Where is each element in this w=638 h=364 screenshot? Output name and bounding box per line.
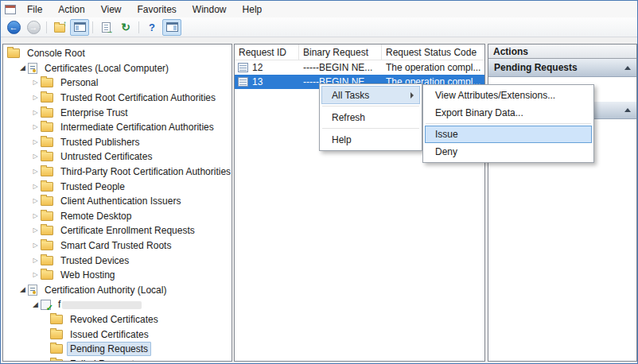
menu-item-all-tasks[interactable]: All Tasks: [321, 86, 420, 104]
folder-icon: [41, 270, 53, 280]
expander-icon[interactable]: [30, 213, 41, 219]
expander-icon[interactable]: [30, 139, 41, 145]
tree-item-smart-card-trusted-roots[interactable]: Smart Card Trusted Roots: [3, 238, 231, 254]
menu-item-issue[interactable]: Issue: [425, 126, 592, 143]
tree-item-intermediate-certification-authorities[interactable]: Intermediate Certification Authorities: [3, 120, 231, 135]
menu-window[interactable]: Window: [185, 1, 235, 17]
console-window-icon[interactable]: [5, 5, 16, 14]
folder-icon: [41, 226, 53, 235]
help-icon: [149, 22, 155, 33]
list-header: Request ID Binary Request Request Status…: [235, 45, 484, 60]
menu-help[interactable]: Help: [235, 1, 270, 17]
menu-item-view-attributes-extensions[interactable]: View Attributes/Extensions...: [425, 87, 592, 104]
all-tasks-submenu: View Attributes/Extensions... Export Bin…: [422, 84, 594, 163]
tree-item-enterprise-trust[interactable]: Enterprise Trust: [3, 105, 231, 120]
expander-icon[interactable]: [30, 79, 41, 86]
expander-icon[interactable]: [30, 184, 41, 190]
folder-icon: [41, 196, 53, 206]
folder-icon: [50, 330, 63, 339]
folder-icon: [41, 108, 53, 118]
ca-server-icon: [41, 300, 51, 310]
expander-icon[interactable]: [30, 110, 41, 116]
expander-icon[interactable]: [30, 227, 41, 234]
toolbar-separator: [46, 21, 47, 33]
expander-icon[interactable]: [30, 301, 41, 308]
request-row-12[interactable]: 12 -----BEGIN NE... The operation compl.…: [235, 60, 484, 75]
help-button[interactable]: [142, 19, 161, 36]
show-action-pane-icon: [166, 22, 178, 32]
folder-icon: [41, 182, 53, 192]
expander-icon[interactable]: [18, 64, 28, 72]
tree-item-certification-authority-local[interactable]: Certification Authority (Local): [3, 283, 231, 298]
forward-button[interactable]: [24, 19, 43, 36]
tree-item-console-root[interactable]: Console Root: [3, 46, 231, 61]
tree-item-failed-requests[interactable]: Failed Requests: [3, 356, 231, 362]
expander-icon[interactable]: [30, 168, 41, 175]
menu-item-export-binary-data[interactable]: Export Binary Data...: [425, 104, 592, 122]
export-list-button[interactable]: [96, 19, 115, 36]
actions-section-pending-requests[interactable]: Pending Requests: [488, 59, 636, 77]
tree-item-trusted-people[interactable]: Trusted People: [3, 179, 231, 194]
menu-item-help[interactable]: Help: [321, 130, 420, 149]
folder-icon: [41, 211, 53, 221]
ca-name-prefix: f: [58, 299, 60, 310]
tree-item-untrusted-certificates[interactable]: Untrusted Certificates: [3, 149, 231, 165]
tree-item-certificates-local-computer[interactable]: Certificates (Local Computer): [3, 61, 231, 76]
console-tree-pane: Console Root Certificates (Local Compute…: [2, 44, 232, 362]
expander-icon[interactable]: [30, 198, 41, 204]
refresh-button[interactable]: [116, 19, 135, 36]
folder-icon: [41, 78, 53, 87]
submenu-arrow-icon: [410, 92, 414, 99]
folder-icon: [41, 137, 53, 147]
expander-icon[interactable]: [30, 242, 41, 249]
up-one-level-button[interactable]: [50, 19, 69, 36]
expander-icon[interactable]: [30, 124, 41, 130]
request-icon: [238, 77, 248, 87]
tree-item-remote-desktop[interactable]: Remote Desktop: [3, 209, 231, 224]
tree-item-trusted-root-certification-authorities[interactable]: Trusted Root Certification Authorities: [3, 91, 231, 106]
menu-separator: [322, 128, 419, 129]
tree-item-certificate-enrollment-requests[interactable]: Certificate Enrollment Requests: [3, 223, 231, 238]
expander-icon[interactable]: [30, 153, 41, 160]
menu-bar: File Action View Favorites Window Help: [1, 1, 637, 17]
tree-item-third-party-root-certification-authorities[interactable]: Third-Party Root Certification Authoriti…: [3, 165, 231, 180]
certificates-icon: [28, 63, 37, 74]
menu-item-refresh[interactable]: Refresh: [321, 108, 420, 126]
expander-icon[interactable]: [18, 286, 28, 293]
menu-action[interactable]: Action: [50, 1, 92, 17]
menu-separator: [322, 106, 419, 106]
expander-icon[interactable]: [30, 272, 41, 278]
tree-item-ca-server[interactable]: f: [3, 297, 231, 312]
column-header-request-id[interactable]: Request ID: [235, 45, 299, 60]
show-action-pane-button[interactable]: [162, 19, 181, 36]
menu-view[interactable]: View: [93, 1, 130, 17]
tree-item-trusted-publishers[interactable]: Trusted Publishers: [3, 135, 231, 150]
menu-file[interactable]: File: [19, 1, 50, 17]
tree-item-web-hosting[interactable]: Web Hosting: [3, 268, 231, 283]
column-header-request-status-code[interactable]: Request Status Code: [382, 45, 484, 60]
tree-item-issued-certificates[interactable]: Issued Certificates: [3, 327, 231, 342]
menu-item-deny[interactable]: Deny: [425, 143, 592, 161]
column-header-binary-request[interactable]: Binary Request: [299, 45, 382, 60]
folder-icon: [41, 122, 53, 132]
folder-icon: [41, 152, 53, 161]
request-id: 12: [252, 62, 263, 73]
collapse-section-icon: [624, 66, 631, 70]
expander-icon[interactable]: [30, 258, 41, 264]
up-one-level-icon: [54, 24, 65, 33]
show-console-tree-button[interactable]: [70, 19, 89, 36]
folder-icon: [41, 256, 53, 265]
request-status: The operation compl...: [382, 62, 484, 73]
expander-icon[interactable]: [30, 95, 41, 101]
tree-item-client-authentication-issuers[interactable]: Client Authentication Issuers: [3, 194, 231, 209]
tree-item-pending-requests[interactable]: Pending Requests: [3, 342, 231, 357]
tree-item-trusted-devices[interactable]: Trusted Devices: [3, 253, 231, 268]
export-list-icon: [102, 22, 111, 33]
tree-item-personal[interactable]: Personal: [3, 76, 231, 91]
back-button[interactable]: [4, 19, 23, 36]
folder-icon: [41, 241, 53, 250]
tree-item-revoked-certificates[interactable]: Revoked Certificates: [3, 312, 231, 327]
menu-favorites[interactable]: Favorites: [130, 1, 185, 17]
folder-icon: [41, 93, 53, 103]
folder-icon: [7, 48, 20, 58]
